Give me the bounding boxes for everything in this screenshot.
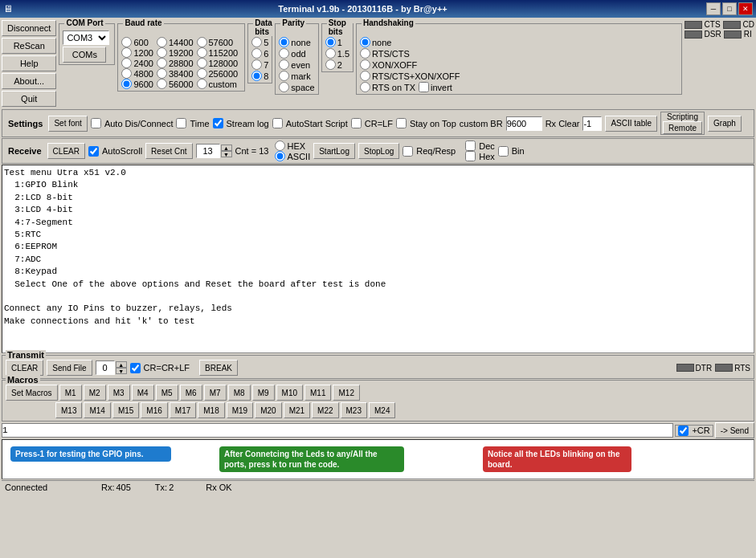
rescan-button[interactable]: ReScan bbox=[2, 38, 56, 54]
macro-m11[interactable]: M11 bbox=[304, 385, 331, 401]
app-icon: 🖥 bbox=[3, 3, 13, 14]
about-button[interactable]: About... bbox=[2, 73, 56, 89]
tx-counter-up[interactable]: ▲ bbox=[116, 361, 127, 368]
rx-clear-input[interactable] bbox=[582, 116, 602, 131]
macro-m6[interactable]: M6 bbox=[180, 385, 202, 401]
quit-button[interactable]: Quit bbox=[2, 91, 56, 107]
macro-m13[interactable]: M13 bbox=[55, 402, 82, 418]
start-log-button[interactable]: StartLog bbox=[313, 143, 355, 159]
cr-crlf-label: CR=CR+LF bbox=[144, 363, 190, 373]
auto-dis-connect-check: Auto Dis/Connect bbox=[91, 118, 174, 128]
macro-m15[interactable]: M15 bbox=[112, 402, 139, 418]
send-file-button[interactable]: Send File bbox=[47, 360, 92, 376]
maximize-button[interactable]: □ bbox=[722, 2, 737, 15]
send-button[interactable]: -> Send bbox=[715, 422, 754, 438]
counter-input[interactable]: 13 bbox=[196, 144, 220, 158]
cr-option: +CR bbox=[675, 425, 713, 437]
cnt-display: Cnt = 13 bbox=[235, 146, 269, 156]
hex2-check: Hex bbox=[465, 151, 495, 161]
invert-checkbox[interactable] bbox=[419, 82, 429, 92]
connected-status: Connected bbox=[5, 483, 85, 492]
transmit-clear-button[interactable]: CLEAR bbox=[6, 360, 43, 376]
stop-bits-1: 1 bbox=[325, 37, 349, 47]
macro-m23[interactable]: M23 bbox=[341, 402, 367, 418]
macros-label: Macros bbox=[6, 375, 40, 385]
parity-options: none odd even mark space bbox=[279, 37, 314, 92]
baud-rate-group: Baud rate 600 14400 57600 1200 19200 115… bbox=[117, 23, 245, 92]
baud-4800: 4800 bbox=[121, 68, 153, 79]
receive-clear-button[interactable]: CLEAR bbox=[47, 143, 85, 159]
bin-check: Bin bbox=[498, 146, 525, 157]
handshaking-none: none bbox=[360, 37, 678, 47]
tx-status-value: 2 bbox=[169, 483, 174, 492]
macro-m2[interactable]: M2 bbox=[84, 385, 106, 401]
macro-m20[interactable]: M20 bbox=[255, 402, 281, 418]
break-button[interactable]: BREAK bbox=[199, 360, 238, 376]
macro-m8[interactable]: M8 bbox=[228, 385, 251, 401]
macros-row-2: M13 M14 M15 M16 M17 M18 M19 M20 M21 M22 … bbox=[6, 402, 750, 418]
handshaking-rts-on-tx: RTS on TX invert bbox=[360, 82, 678, 92]
cr-checkbox[interactable] bbox=[678, 426, 689, 436]
macro-m24[interactable]: M24 bbox=[369, 402, 395, 418]
macro-m12[interactable]: M12 bbox=[333, 385, 359, 401]
minimize-button[interactable]: ─ bbox=[706, 2, 721, 15]
cd-led bbox=[723, 21, 741, 29]
autoscroll-label: AutoScroll bbox=[102, 146, 142, 156]
handshaking-rtscts: RTS/CTS bbox=[360, 48, 678, 59]
autostart-script-check: AutoStart Script bbox=[272, 118, 348, 128]
macro-m7[interactable]: M7 bbox=[204, 385, 227, 401]
rx-status-value: 405 bbox=[116, 483, 131, 492]
counter-spinner: 13 ▲ ▼ bbox=[196, 144, 232, 158]
title-bar-buttons: ─ □ ✕ bbox=[706, 2, 753, 15]
macro-m14[interactable]: M14 bbox=[84, 402, 110, 418]
set-macros-button[interactable]: Set Macros bbox=[6, 385, 58, 401]
custom-br-input[interactable] bbox=[506, 116, 542, 131]
counter-up[interactable]: ▲ bbox=[221, 145, 232, 151]
data-bits-5: 5 bbox=[251, 37, 268, 47]
receive-label: Receive bbox=[6, 145, 44, 157]
hex-radio: HEX bbox=[275, 141, 310, 151]
dtr-led bbox=[676, 364, 694, 372]
macro-m18[interactable]: M18 bbox=[198, 402, 224, 418]
macro-m10[interactable]: M10 bbox=[276, 385, 303, 401]
macros-section: Macros Set Macros M1 M2 M3 M4 M5 M6 M7 M… bbox=[2, 380, 754, 422]
tooltip-1: Press-1 for testing the GPIO pins. bbox=[10, 446, 171, 462]
com-port-select[interactable]: COM3 COM1 COM2 COM4 bbox=[63, 31, 109, 45]
close-button[interactable]: ✕ bbox=[738, 2, 753, 15]
macro-m3[interactable]: M3 bbox=[108, 385, 130, 401]
title-bar: 🖥 Terminal v1.9b - 20130116B - by Br@y++… bbox=[0, 0, 756, 18]
top-controls: Disconnect ReScan Help About... Quit COM… bbox=[0, 18, 756, 109]
data-bits-label: Data bits bbox=[253, 18, 274, 36]
tx-counter-input[interactable]: 0 bbox=[96, 360, 115, 375]
macro-m1[interactable]: M1 bbox=[59, 385, 82, 401]
disconnect-button[interactable]: Disconnect bbox=[2, 20, 56, 36]
coms-button[interactable]: COMs bbox=[63, 47, 106, 63]
send-input[interactable] bbox=[2, 423, 673, 438]
stop-log-button[interactable]: StopLog bbox=[358, 143, 399, 159]
macro-m21[interactable]: M21 bbox=[284, 402, 310, 418]
set-font-button[interactable]: Set font bbox=[48, 116, 87, 132]
ascii-label: ASCII bbox=[287, 152, 310, 161]
transmit-bar: Transmit CLEAR Send File 0 ▲ ▼ CR=CR+LF … bbox=[2, 355, 754, 379]
remote-button[interactable]: Remote bbox=[663, 121, 702, 134]
baud-115200: 115200 bbox=[197, 47, 239, 58]
graph-button[interactable]: Graph bbox=[708, 116, 742, 132]
macro-m4[interactable]: M4 bbox=[132, 385, 154, 401]
help-button[interactable]: Help bbox=[2, 55, 56, 71]
stop-bits-options: 1 1.5 2 bbox=[325, 37, 349, 70]
counter-down[interactable]: ▼ bbox=[221, 151, 232, 157]
dsr-led-row: DSR RI bbox=[684, 30, 754, 39]
parity-label: Parity bbox=[280, 18, 306, 27]
hex2-label: Hex bbox=[479, 152, 495, 161]
macro-m19[interactable]: M19 bbox=[227, 402, 253, 418]
macro-m22[interactable]: M22 bbox=[312, 402, 338, 418]
tx-counter-down[interactable]: ▼ bbox=[116, 368, 127, 374]
macro-m5[interactable]: M5 bbox=[156, 385, 178, 401]
dsr-label: DSR bbox=[705, 30, 721, 39]
ascii-table-button[interactable]: ASCII table bbox=[605, 116, 657, 132]
macro-m16[interactable]: M16 bbox=[141, 402, 167, 418]
cts-label: CTS bbox=[705, 20, 721, 29]
macro-m9[interactable]: M9 bbox=[252, 385, 275, 401]
reset-cnt-button[interactable]: Reset Cnt bbox=[145, 143, 192, 159]
macro-m17[interactable]: M17 bbox=[170, 402, 196, 418]
